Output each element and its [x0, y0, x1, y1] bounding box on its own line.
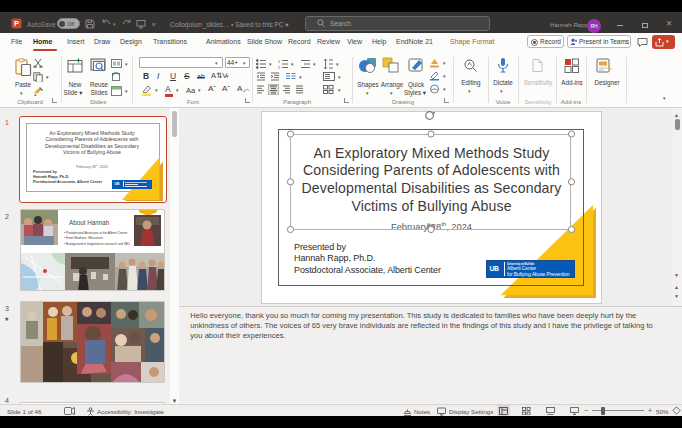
svg-text:1: 1	[278, 59, 281, 64]
svg-text:2: 2	[278, 65, 281, 69]
svg-text:P: P	[14, 19, 19, 28]
